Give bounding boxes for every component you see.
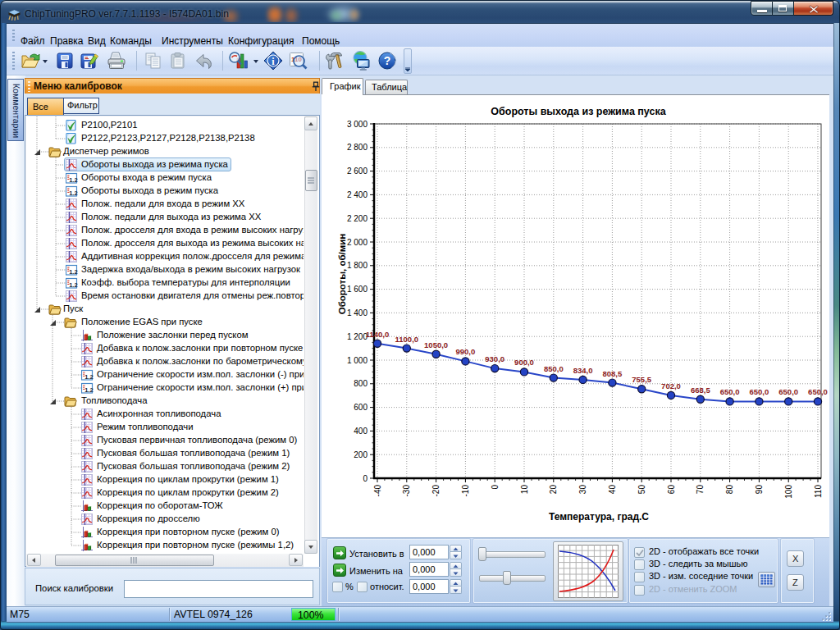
svg-text:60: 60 xyxy=(667,485,676,495)
svg-text:-30: -30 xyxy=(402,485,411,497)
svg-text:Температура, град.С: Температура, град.С xyxy=(549,511,649,523)
svg-text:-10: -10 xyxy=(461,485,470,497)
svg-text:2 800: 2 800 xyxy=(347,143,368,152)
svg-text:1050,0: 1050,0 xyxy=(424,340,448,349)
svg-text:650,0: 650,0 xyxy=(778,387,798,396)
svg-text:1100,0: 1100,0 xyxy=(395,335,419,344)
svg-text:80: 80 xyxy=(725,485,734,495)
svg-text:30: 30 xyxy=(578,485,587,495)
svg-text:834,0: 834,0 xyxy=(573,366,593,375)
svg-text:Обороты, об/мин: Обороты, об/мин xyxy=(337,234,347,315)
svg-text:990,0: 990,0 xyxy=(456,347,476,356)
svg-text:1.2: 1.2 xyxy=(84,386,93,394)
svg-text:600: 600 xyxy=(354,403,368,412)
svg-text:668,5: 668,5 xyxy=(691,386,710,395)
svg-text:200: 200 xyxy=(354,450,368,459)
svg-text:Обороты выхода из режима пуска: Обороты выхода из режима пуска xyxy=(491,106,666,117)
svg-text:90: 90 xyxy=(755,485,764,495)
svg-text:-20: -20 xyxy=(431,485,441,497)
svg-text:930,0: 930,0 xyxy=(485,354,504,363)
svg-text:1.2: 1.2 xyxy=(69,268,77,276)
svg-text:20: 20 xyxy=(549,485,558,495)
svg-text:2 000: 2 000 xyxy=(347,238,368,247)
svg-text:1140,0: 1140,0 xyxy=(366,330,390,339)
svg-text:0: 0 xyxy=(363,474,368,483)
svg-text:800: 800 xyxy=(354,379,368,388)
svg-text:650,0: 650,0 xyxy=(720,387,740,396)
svg-text:808,5: 808,5 xyxy=(603,369,623,378)
svg-text:1 400: 1 400 xyxy=(347,308,368,317)
svg-text:1.2: 1.2 xyxy=(69,281,77,289)
svg-text:400: 400 xyxy=(354,427,368,436)
svg-text:50: 50 xyxy=(637,485,646,495)
svg-text:0: 0 xyxy=(491,485,500,490)
svg-text:1 800: 1 800 xyxy=(347,261,368,270)
svg-text:650,0: 650,0 xyxy=(808,387,828,396)
svg-text:850,0: 850,0 xyxy=(544,364,564,373)
svg-text:3 000: 3 000 xyxy=(347,120,368,129)
svg-text:2 600: 2 600 xyxy=(347,167,368,176)
svg-text:40: 40 xyxy=(608,485,617,495)
svg-text:-40: -40 xyxy=(373,485,382,497)
svg-text:10: 10 xyxy=(520,485,529,495)
svg-text:2 400: 2 400 xyxy=(347,190,368,199)
svg-text:?: ? xyxy=(384,54,391,67)
svg-text:1.2: 1.2 xyxy=(69,176,77,184)
svg-text:702,0: 702,0 xyxy=(661,381,681,390)
svg-text:1 200: 1 200 xyxy=(347,332,368,341)
svg-text:2 200: 2 200 xyxy=(347,214,368,223)
svg-text:1.2: 1.2 xyxy=(84,373,93,381)
svg-text:755,5: 755,5 xyxy=(632,375,651,384)
svg-text:100: 100 xyxy=(784,485,793,499)
svg-text:70: 70 xyxy=(696,485,705,495)
svg-text:1.2: 1.2 xyxy=(69,189,77,197)
svg-text:900,0: 900,0 xyxy=(514,358,534,367)
svg-text:650,0: 650,0 xyxy=(750,387,769,396)
svg-text:1 600: 1 600 xyxy=(347,285,368,294)
svg-text:110: 110 xyxy=(814,485,823,498)
svg-text:1 000: 1 000 xyxy=(347,356,368,365)
